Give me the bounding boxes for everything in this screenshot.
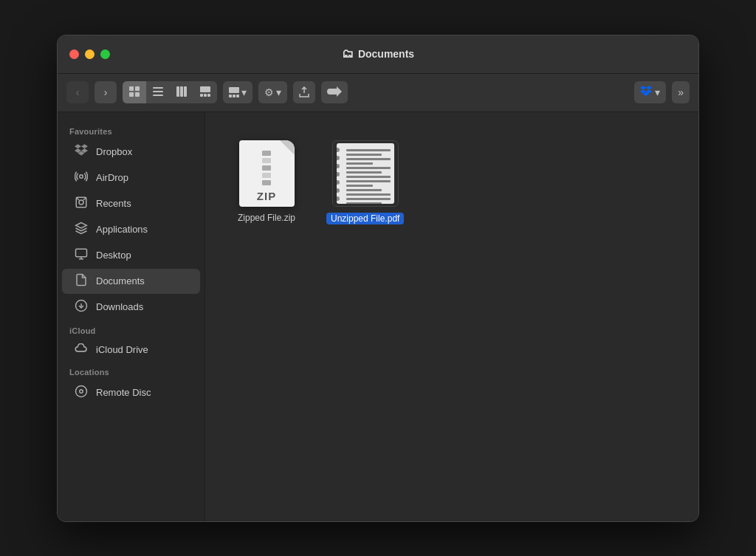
svg-rect-1	[135, 86, 140, 91]
maximize-button[interactable]	[100, 49, 110, 59]
dropbox-toolbar-chevron: ▾	[655, 86, 660, 98]
svg-point-30	[76, 385, 87, 397]
file-item-zip[interactable]: ZIP Zipped File.zip	[227, 134, 306, 230]
svg-rect-4	[153, 87, 163, 89]
sidebar-item-downloads-label: Downloads	[96, 301, 188, 312]
svg-point-20	[80, 174, 83, 178]
forward-icon: ›	[104, 86, 108, 98]
svg-rect-0	[129, 86, 134, 91]
sidebar-item-dropbox-label: Dropbox	[96, 146, 188, 157]
window-title: 🗂 Documents	[342, 47, 414, 61]
minimize-button[interactable]	[85, 49, 94, 59]
sidebar-item-documents[interactable]: Documents	[62, 269, 200, 294]
zip-file-label: Zipped File.zip	[238, 213, 295, 223]
sidebar-item-recents[interactable]: Recents	[62, 191, 200, 216]
back-icon: ‹	[76, 86, 80, 98]
window-title-text: Documents	[358, 48, 414, 60]
close-button[interactable]	[69, 49, 79, 59]
dropbox-toolbar-button[interactable]: ▾	[634, 81, 666, 103]
pdf-file-icon	[332, 140, 399, 207]
svg-rect-2	[129, 92, 134, 97]
svg-rect-10	[200, 86, 210, 92]
view-options-icon	[229, 87, 239, 97]
tag-button[interactable]	[321, 81, 348, 103]
favourites-label: Favourites	[58, 121, 205, 139]
toolbar: ‹ ›	[58, 74, 698, 112]
svg-rect-13	[207, 94, 210, 97]
sidebar-item-recents-label: Recents	[96, 198, 188, 209]
locations-label: Locations	[58, 362, 205, 380]
svg-rect-7	[176, 86, 179, 97]
svg-line-24	[83, 198, 86, 200]
sidebar-item-applications[interactable]: Applications	[62, 217, 200, 242]
list-view-icon	[153, 86, 163, 99]
pdf-spiral	[337, 148, 340, 204]
share-button[interactable]	[293, 81, 315, 103]
svg-line-23	[77, 198, 79, 200]
svg-point-22	[79, 200, 83, 205]
pdf-file-icon-wrapper	[332, 140, 399, 207]
sidebar-item-dropbox[interactable]: Dropbox	[62, 140, 200, 165]
recents-icon	[74, 196, 89, 212]
column-view-icon	[176, 86, 187, 99]
icloud-drive-icon	[74, 343, 89, 357]
sidebar-item-documents-label: Documents	[96, 275, 188, 286]
more-button[interactable]: »	[672, 81, 690, 103]
view-options-button[interactable]: ▾	[223, 81, 252, 103]
dropbox-icon	[74, 144, 89, 160]
svg-rect-25	[76, 249, 87, 257]
sidebar-item-desktop[interactable]: Desktop	[62, 243, 200, 268]
file-item-pdf[interactable]: Unzipped File.pdf	[320, 134, 410, 230]
sidebar-item-desktop-label: Desktop	[96, 250, 188, 261]
main-content: Favourites Dropbox	[58, 112, 698, 521]
sidebar-item-applications-label: Applications	[96, 224, 188, 235]
tag-icon	[327, 86, 342, 99]
back-button[interactable]: ‹	[66, 81, 89, 103]
svg-rect-16	[233, 95, 236, 97]
column-view-button[interactable]	[170, 81, 193, 103]
gear-icon: ⚙	[264, 86, 274, 98]
svg-point-31	[80, 389, 83, 393]
svg-rect-17	[236, 95, 239, 97]
gallery-view-button[interactable]	[193, 81, 217, 103]
sidebar-item-icloud-drive-label: iCloud Drive	[96, 344, 188, 355]
sidebar-item-airdrop[interactable]: AirDrop	[62, 165, 200, 191]
file-area: ZIP Zipped File.zip	[205, 112, 698, 521]
traffic-lights	[69, 49, 110, 59]
sidebar: Favourites Dropbox	[58, 112, 205, 521]
list-view-button[interactable]	[146, 81, 170, 103]
svg-rect-11	[200, 94, 203, 97]
dropbox-toolbar-icon	[640, 86, 652, 100]
zip-file-icon-wrapper: ZIP	[233, 140, 300, 207]
sidebar-item-remote-disc[interactable]: Remote Disc	[62, 380, 200, 405]
svg-rect-6	[153, 95, 163, 96]
view-options-chevron: ▾	[241, 86, 247, 98]
svg-rect-3	[135, 92, 140, 97]
share-icon	[299, 86, 309, 100]
svg-rect-15	[229, 95, 232, 97]
icon-view-icon	[129, 86, 140, 99]
sidebar-item-remote-disc-label: Remote Disc	[96, 387, 188, 398]
applications-icon	[74, 222, 89, 238]
svg-rect-8	[180, 86, 183, 97]
zip-file-icon: ZIP	[239, 140, 295, 207]
sidebar-item-airdrop-label: AirDrop	[96, 172, 188, 183]
finder-window: 🗂 Documents ‹ ›	[57, 35, 699, 522]
icloud-label: iCloud	[58, 320, 205, 338]
sidebar-item-downloads[interactable]: Downloads	[62, 295, 200, 320]
pdf-file-label: Unzipped File.pdf	[326, 213, 404, 224]
svg-rect-12	[204, 94, 207, 97]
desktop-icon	[74, 247, 89, 264]
gallery-view-icon	[200, 86, 210, 99]
icon-view-button[interactable]	[123, 81, 146, 103]
window-title-icon: 🗂	[342, 47, 354, 61]
forward-button[interactable]: ›	[94, 81, 117, 103]
view-switcher	[123, 81, 217, 103]
action-button[interactable]: ⚙ ▾	[258, 81, 287, 103]
svg-rect-5	[153, 91, 163, 92]
documents-icon	[74, 273, 89, 289]
airdrop-icon	[74, 170, 89, 186]
svg-rect-14	[229, 87, 239, 93]
sidebar-item-icloud-drive[interactable]: iCloud Drive	[62, 339, 200, 361]
titlebar: 🗂 Documents	[58, 35, 698, 74]
